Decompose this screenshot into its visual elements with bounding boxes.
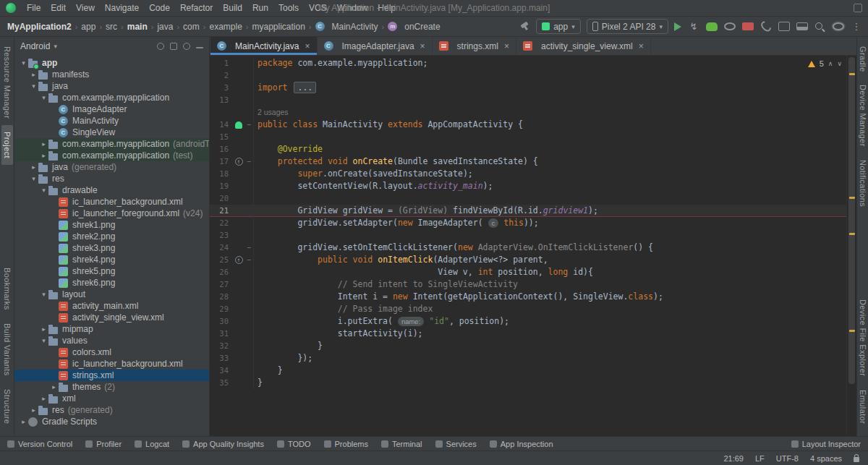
caret-position[interactable]: 21:69: [723, 454, 744, 463]
readonly-lock-icon[interactable]: [854, 457, 859, 462]
override-method-gutter-icon[interactable]: ↑: [235, 158, 243, 166]
inspections-widget[interactable]: 5 ∧ ∨: [808, 59, 842, 68]
chevron-down-icon[interactable]: ▾: [29, 175, 38, 182]
toolwindow-button-logcat[interactable]: Logcat: [135, 440, 169, 448]
toolwindow-button-services[interactable]: Services: [435, 440, 477, 448]
tool-stripe-resource-manager[interactable]: Resource Manager: [1, 40, 13, 125]
run-app-gutter-icon[interactable]: [235, 121, 242, 129]
menu-view[interactable]: View: [71, 1, 100, 14]
code-line[interactable]: 13: [210, 94, 846, 106]
chevron-down-icon[interactable]: ▾: [39, 337, 48, 344]
chevron-right-icon[interactable]: ▸: [29, 71, 38, 78]
run-icon[interactable]: [674, 22, 681, 31]
tree-item-values[interactable]: ▾values: [14, 335, 209, 346]
tree-item-themes[interactable]: ▸themes(2): [14, 381, 209, 393]
breadcrumb-app[interactable]: app: [80, 21, 97, 33]
code-line[interactable]: 14−public class MainActivity extends App…: [210, 119, 846, 131]
chevron-right-icon[interactable]: ▸: [39, 140, 48, 148]
tree-item-shrek2-png[interactable]: shrek2.png: [14, 231, 209, 242]
tree-item-xml[interactable]: ▸xml: [14, 393, 209, 404]
menu-vcs[interactable]: VCS: [304, 1, 332, 14]
code-line[interactable]: 22 gridView.setAdapter(new ImageAdapter(…: [210, 217, 846, 229]
tab-imageadapter-java[interactable]: CImageAdapter.java×: [318, 37, 433, 55]
fold-marker[interactable]: −: [244, 119, 253, 131]
menu-refactor[interactable]: Refactor: [175, 1, 218, 14]
stop-icon[interactable]: [742, 22, 754, 30]
toolwindow-button-layout-inspector[interactable]: Layout Inspector: [791, 440, 861, 448]
breadcrumb-mainactivity[interactable]: CMainActivity: [314, 21, 380, 33]
tree-item-res[interactable]: ▸res(generated): [14, 404, 209, 416]
breadcrumb-myapplication2[interactable]: MyApplication2: [6, 21, 73, 33]
menu-build[interactable]: Build: [218, 1, 247, 14]
chevron-right-icon[interactable]: ▸: [39, 152, 48, 159]
code-line[interactable]: 32 }: [210, 340, 846, 352]
chevron-right-icon[interactable]: ▸: [39, 325, 48, 333]
code-line[interactable]: 28 Intent i = new Intent(getApplicationC…: [210, 291, 846, 303]
tree-item-com-example-myapplication[interactable]: ▸com.example.myapplication(androidTest): [14, 138, 209, 150]
tab-mainactivity-java[interactable]: CMainActivity.java×: [210, 37, 318, 55]
warning-stripe-mark[interactable]: [849, 73, 855, 75]
tree-item-ic-launcher-background-xml[interactable]: ic_launcher_background.xml: [14, 196, 209, 208]
close-tab-icon[interactable]: ×: [504, 41, 509, 51]
code-line[interactable]: 3import ...: [210, 82, 846, 94]
breadcrumb-com[interactable]: com: [182, 21, 201, 33]
tree-item-java[interactable]: ▾java: [14, 80, 209, 92]
warning-stripe-mark[interactable]: [849, 330, 855, 332]
tree-item-imageadapter[interactable]: CImageAdapter: [14, 103, 209, 115]
tree-item-activity-main-xml[interactable]: activity_main.xml: [14, 300, 209, 312]
indent-style[interactable]: 4 spaces: [810, 454, 842, 463]
tree-item-strings-xml[interactable]: strings.xml: [14, 370, 209, 381]
chevron-right-icon[interactable]: ▸: [39, 395, 48, 402]
hide-tool-window-icon[interactable]: [196, 47, 203, 48]
menu-run[interactable]: Run: [247, 1, 273, 14]
chevron-down-icon[interactable]: ▾: [39, 94, 48, 101]
toolwindow-button-terminal[interactable]: Terminal: [381, 440, 422, 448]
menu-file[interactable]: File: [22, 1, 46, 14]
tree-item-ic-launcher-foreground-xml[interactable]: ic_launcher_foreground.xml(v24): [14, 208, 209, 219]
tree-item-singleview[interactable]: CSingleView: [14, 127, 209, 138]
code-line[interactable]: 20: [210, 192, 846, 205]
code-editor[interactable]: 5 ∧ ∨ 1package com.example.myapplication…: [210, 56, 846, 436]
code-line[interactable]: 17↑− protected void onCreate(Bundle save…: [210, 155, 846, 168]
tab-activity-single-view-xml[interactable]: activity_single_view.xml×: [516, 37, 651, 55]
sync-project-icon[interactable]: [759, 20, 773, 33]
chevron-down-icon[interactable]: ▾: [29, 82, 38, 90]
tree-item-res[interactable]: ▾res: [14, 173, 209, 184]
tree-item-shrek5-png[interactable]: shrek5.png: [14, 265, 209, 277]
code-line[interactable]: 1package com.example.myapplication;: [210, 57, 846, 69]
warning-stripe-mark[interactable]: [849, 197, 855, 199]
tree-item-drawable[interactable]: ▾drawable: [14, 184, 209, 196]
menu-help[interactable]: Help: [373, 1, 401, 14]
tool-stripe-device-file-explorer[interactable]: Device File Explorer: [857, 293, 868, 383]
tree-item-ic-launcher-background-xml[interactable]: ic_launcher_background.xml: [14, 358, 209, 370]
toolwindow-button-app-quality-insights[interactable]: App Quality Insights: [182, 440, 264, 448]
editor-scrollbar[interactable]: [846, 56, 856, 436]
tree-item-shrek4-png[interactable]: shrek4.png: [14, 254, 209, 265]
chevron-right-icon[interactable]: ▸: [19, 418, 28, 425]
code-line[interactable]: 21 GridView gridView = (GridView) findVi…: [210, 205, 846, 217]
code-line[interactable]: 19 setContentView(R.layout.activity_main…: [210, 180, 846, 192]
code-line[interactable]: 23: [210, 229, 846, 242]
code-line[interactable]: 34 }: [210, 364, 846, 377]
breadcrumb-src[interactable]: src: [104, 21, 119, 33]
code-line[interactable]: 33 });: [210, 352, 846, 364]
code-line[interactable]: 29 // Pass image index: [210, 303, 846, 315]
scrollbar-thumb[interactable]: [848, 57, 855, 384]
code-line[interactable]: 31 startActivity(i);: [210, 328, 846, 340]
usages-inlay[interactable]: 2 usages: [258, 108, 289, 116]
tool-stripe-structure[interactable]: Structure: [1, 383, 13, 430]
tool-stripe-gradle[interactable]: Gradle: [857, 40, 868, 78]
menu-tools[interactable]: Tools: [273, 1, 304, 14]
breadcrumb-java[interactable]: java: [156, 21, 174, 33]
override-method-gutter-icon[interactable]: ↑: [235, 256, 243, 264]
tree-item-app[interactable]: ▾app: [14, 57, 209, 69]
breadcrumb-oncreate[interactable]: monCreate: [386, 21, 441, 33]
tree-item-shrek6-png[interactable]: shrek6.png: [14, 277, 209, 289]
build-hammer-icon[interactable]: [519, 21, 530, 32]
menu-bar-right-icon[interactable]: [854, 4, 862, 12]
chevron-right-icon[interactable]: ▸: [29, 406, 38, 414]
menu-window[interactable]: Window: [332, 1, 373, 14]
debug-icon[interactable]: [706, 22, 718, 31]
fold-marker[interactable]: −: [244, 242, 253, 254]
tool-stripe-build-variants[interactable]: Build Variants: [1, 317, 13, 383]
